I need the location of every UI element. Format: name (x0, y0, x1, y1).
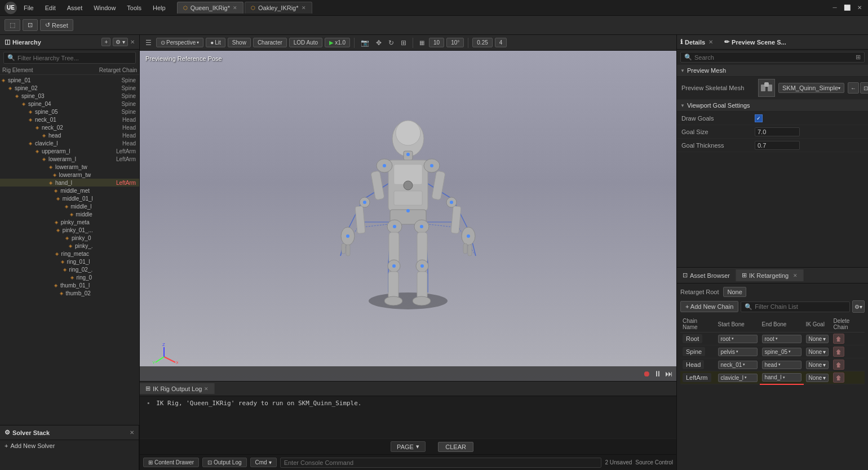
tree-item[interactable]: ◈pinky_. (0, 242, 139, 250)
tab-queen-ikrig[interactable]: ⬡ Queen_IKRig* ✕ (177, 2, 243, 14)
tree-item[interactable]: ◈middle_01_l (0, 194, 139, 202)
end-bone-dropdown[interactable]: head▾ (762, 361, 801, 369)
start-bone-dropdown[interactable]: clavicle_l▾ (718, 374, 758, 382)
delete-chain-button[interactable]: 🗑 (833, 373, 844, 383)
add-new-solver-button[interactable]: + Add New Solver (0, 440, 59, 451)
goal-thickness-input[interactable] (755, 141, 800, 150)
ik-goal-dropdown[interactable]: None▾ (806, 361, 829, 369)
viewport-menu-btn[interactable]: ☰ (143, 38, 154, 48)
tree-item[interactable]: ◈clavicle_lHead (0, 139, 139, 147)
tree-item[interactable]: ◈middle_l (0, 202, 139, 210)
hierarchy-tree[interactable]: ◈spine_01Spine◈spine_02Spine◈spine_03Spi… (0, 75, 139, 425)
menu-file[interactable]: File (19, 3, 38, 12)
lod-button[interactable]: LOD Auto (289, 38, 322, 47)
tree-item[interactable]: ◈lowerarm_tw (0, 163, 139, 171)
tree-item[interactable]: ◈pinky_0 (0, 234, 139, 242)
add-chain-button[interactable]: + Add New Chain (680, 301, 738, 312)
pause-btn[interactable]: ⏸ (654, 369, 662, 378)
maximize-button[interactable]: ⬜ (843, 4, 851, 12)
tree-item[interactable]: ◈pinky_meta (0, 218, 139, 226)
tree-item[interactable]: ◈neck_01Head (0, 116, 139, 123)
cmd-btn[interactable]: Cmd ▾ (250, 458, 277, 467)
menu-tools[interactable]: Tools (122, 3, 146, 12)
ik-goal-dropdown[interactable]: None▾ (806, 374, 829, 382)
delete-chain-button[interactable]: 🗑 (833, 334, 844, 344)
draw-goals-checkbox[interactable]: ✓ (755, 114, 763, 122)
hierarchy-search-input[interactable] (17, 55, 132, 61)
lit-button[interactable]: ● Lit (206, 38, 225, 47)
tree-item[interactable]: ◈ring_metac (0, 250, 139, 258)
tree-item[interactable]: ◈ring_01_l (0, 258, 139, 265)
tab-close-oakley[interactable]: ✕ (302, 5, 306, 11)
tree-item[interactable]: ◈ring_02_. (0, 265, 139, 273)
character-button[interactable]: Character (253, 38, 287, 47)
ik-rig-log-tab[interactable]: ⊞ IK Rig Output Log ✕ (140, 383, 215, 394)
end-bone-dropdown[interactable]: root▾ (762, 335, 801, 343)
start-bone-dropdown[interactable]: root▾ (718, 335, 758, 343)
menu-window[interactable]: Window (89, 3, 120, 12)
grid-angle-btn[interactable]: 10° (446, 38, 464, 47)
details-close-btn[interactable]: ✕ (708, 39, 713, 45)
rotate-btn[interactable]: ↻ (386, 38, 396, 48)
viewport-area[interactable]: Previewing Reference Pose (140, 51, 676, 381)
tree-item[interactable]: ◈upperarm_lLeftArm (0, 147, 139, 155)
ik-goal-dropdown[interactable]: None▾ (806, 348, 829, 356)
tree-item[interactable]: ◈thumb_01_l (0, 281, 139, 289)
tree-item[interactable]: ◈thumb_02 (0, 289, 139, 297)
tree-item[interactable]: ◈neck_02Head (0, 123, 139, 131)
mesh-find-btn[interactable]: ← (848, 82, 859, 94)
tree-item[interactable]: ◈headHead (0, 131, 139, 139)
forward-btn[interactable]: ⏭ (665, 369, 673, 378)
tree-item[interactable]: ◈lowerarm_lLeftArm (0, 155, 139, 163)
start-bone-dropdown[interactable]: neck_01▾ (718, 361, 758, 369)
tree-item[interactable]: ◈pinky_01_... (0, 226, 139, 234)
play-speed-button[interactable]: ▶ x1.0 (325, 38, 350, 47)
perspective-button[interactable]: ⊙ Perspective ▾ (156, 38, 203, 47)
ik-retargeting-tab[interactable]: ⊞ IK Retargeting ✕ (736, 269, 804, 281)
delete-chain-button[interactable]: 🗑 (833, 347, 844, 357)
scale-btn[interactable]: ⊞ (398, 38, 409, 48)
asset-icon-btn[interactable]: ⊡ (23, 19, 38, 31)
move-btn[interactable]: ✥ (374, 38, 384, 48)
layers-btn[interactable]: 4 (495, 38, 507, 47)
tree-item[interactable]: ◈ring_0 (0, 273, 139, 281)
tree-item[interactable]: ◈middle (0, 210, 139, 218)
preview-mesh-section-header[interactable]: ▼ Preview Mesh (677, 65, 868, 77)
camera-btn[interactable]: 📷 (358, 38, 371, 48)
goal-size-input[interactable] (755, 127, 800, 136)
grid-btn[interactable]: ▦ (417, 38, 427, 47)
close-button[interactable]: ✕ (856, 4, 863, 12)
asset-browser-tab[interactable]: ⊡ Asset Browser (677, 269, 736, 281)
tree-item[interactable]: ◈hand_lLeftArm (0, 179, 139, 187)
tab-close-queen[interactable]: ✕ (233, 5, 237, 11)
record-btn[interactable]: ⏺ (643, 369, 650, 378)
chain-filter-input[interactable] (755, 303, 846, 310)
menu-edit[interactable]: Edit (41, 3, 60, 12)
reset-button[interactable]: ↺ Reset (40, 19, 73, 31)
goal-settings-section-header[interactable]: ▼ Viewport Goal Settings (677, 100, 868, 112)
hierarchy-icon-btn[interactable]: ⬚ (5, 19, 20, 31)
menu-help[interactable]: Help (148, 3, 170, 12)
mesh-open-btn[interactable]: ⊡ (860, 82, 868, 94)
tree-item[interactable]: ◈lowerarm_tw (0, 171, 139, 179)
details-search-input[interactable] (694, 54, 853, 61)
content-drawer-btn[interactable]: ⊞ Content Drawer (143, 458, 199, 467)
hierarchy-settings-btn[interactable]: ⚙ ▾ (113, 38, 128, 46)
hierarchy-add-btn[interactable]: + (101, 38, 110, 46)
minimize-button[interactable]: ─ (831, 4, 839, 12)
log-tab-close[interactable]: ✕ (204, 386, 209, 392)
menu-asset[interactable]: Asset (63, 3, 87, 12)
skeletal-mesh-dropdown[interactable]: SKM_Quinn_Simple ▾ (778, 83, 844, 93)
tree-item[interactable]: ◈spine_03Spine (0, 92, 139, 100)
show-button[interactable]: Show (228, 38, 251, 47)
end-bone-dropdown[interactable]: spine_05▾ (762, 348, 801, 356)
tree-item[interactable]: ◈spine_01Spine (0, 76, 139, 84)
console-input[interactable] (280, 458, 602, 468)
page-button[interactable]: PAGE ▾ (391, 441, 426, 452)
start-bone-dropdown[interactable]: pelvis▾ (718, 348, 758, 356)
tab-oakley-ikrig[interactable]: ⬡ Oakley_IKRig* ✕ (245, 2, 312, 14)
clear-button[interactable]: CLEAR (438, 442, 473, 452)
tree-item[interactable]: ◈spine_02Spine (0, 84, 139, 92)
ik-tab-close[interactable]: ✕ (793, 273, 798, 278)
tree-item[interactable]: ◈middle_met (0, 187, 139, 194)
